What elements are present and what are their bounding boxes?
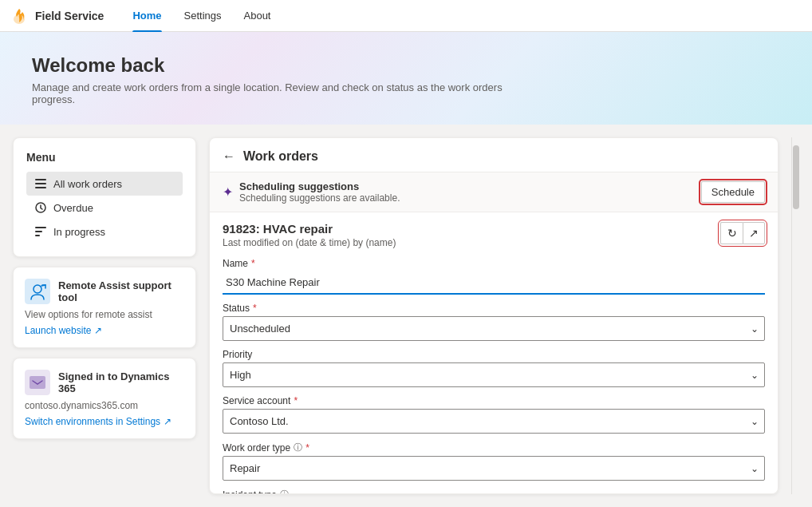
work-order-type-label: Work order type <box>223 442 290 454</box>
progress-icon <box>34 225 47 238</box>
svg-rect-8 <box>25 279 50 304</box>
svg-rect-6 <box>35 231 42 232</box>
remote-assist-desc: View options for remote assist <box>25 309 184 320</box>
nav-about[interactable]: About <box>235 0 281 32</box>
panel-title: Work orders <box>243 149 318 164</box>
wo-header: 91823: HVAC repair Last modified on (dat… <box>210 212 778 255</box>
work-order-type-info-icon: ⓘ <box>294 442 302 454</box>
welcome-banner: Welcome back Manage and create work orde… <box>0 32 812 125</box>
status-select[interactable]: Unscheduled Scheduled In Progress Comple… <box>223 316 765 341</box>
menu-title: Menu <box>26 151 183 164</box>
open-external-button[interactable]: ↗ <box>743 222 765 244</box>
name-required: * <box>251 258 255 269</box>
page-scrollbar[interactable] <box>791 137 799 494</box>
incident-type-label: Incident type <box>223 489 277 495</box>
field-status: Status * Unscheduled Scheduled In Progre… <box>223 303 765 341</box>
wo-action-buttons: ↻ ↗ <box>720 222 765 244</box>
svg-rect-5 <box>35 227 46 228</box>
work-order-type-select[interactable]: Repair Maintenance Installation <box>223 456 765 481</box>
svg-rect-12 <box>30 376 45 389</box>
service-account-select[interactable]: Contoso Ltd. Fabrikam Inc. <box>223 409 765 434</box>
svg-rect-3 <box>35 187 46 188</box>
main-content: Welcome back Manage and create work orde… <box>0 32 812 507</box>
back-button[interactable]: ← <box>223 149 235 164</box>
open-external-icon: ↗ <box>749 227 759 240</box>
field-work-order-type: Work order type ⓘ * Repair Maintenance I… <box>223 442 765 481</box>
field-name: Name * <box>223 258 765 295</box>
sidebar-item-overdue[interactable]: Overdue <box>26 196 183 220</box>
service-account-label: Service account <box>223 395 290 406</box>
remote-assist-card: Remote Assist support tool View options … <box>13 267 196 348</box>
work-order-type-required: * <box>305 442 309 454</box>
schedule-button[interactable]: Schedule <box>701 181 765 203</box>
remote-assist-title: Remote Assist support tool <box>58 279 184 303</box>
name-input[interactable] <box>223 271 765 295</box>
svg-rect-2 <box>35 183 46 184</box>
sidebar-item-in-progress[interactable]: In progress <box>26 220 183 244</box>
svg-line-10 <box>41 285 45 286</box>
name-label: Name <box>223 258 248 269</box>
remote-assist-icon <box>25 279 50 304</box>
svg-rect-1 <box>35 179 46 180</box>
wo-title: 91823: HVAC repair <box>223 222 396 236</box>
scheduling-bar: ✦ Scheduling suggestions Scheduling sugg… <box>210 172 778 212</box>
menu-card: Menu All work orders Overd <box>13 137 196 257</box>
refresh-button[interactable]: ↻ <box>720 222 743 244</box>
scheduling-icon: ✦ <box>223 184 233 200</box>
dynamics-card: Signed in to Dynamics 365 contoso.dynami… <box>13 358 196 439</box>
sidebar-item-all-work-orders[interactable]: All work orders <box>26 172 183 196</box>
field-service-account: Service account * Contoso Ltd. Fabrikam … <box>223 395 765 434</box>
banner-heading: Welcome back <box>32 54 780 77</box>
dynamics-header: Signed in to Dynamics 365 <box>25 370 184 395</box>
body-area: Menu All work orders Overd <box>0 125 812 507</box>
svg-rect-7 <box>35 235 40 236</box>
wo-subtitle: Last modified on (date & time) by (name) <box>223 237 396 248</box>
refresh-icon: ↻ <box>727 227 737 240</box>
work-order-form: Name * Status * Unscheduled Scheduled <box>210 255 778 494</box>
banner-subtitle: Manage and create work orders from a sin… <box>32 81 510 105</box>
top-nav: Field Service Home Settings About <box>0 0 812 32</box>
work-orders-panel: ← Work orders ✦ Scheduling suggestions S… <box>209 137 778 494</box>
sidebar-item-label: All work orders <box>53 178 122 190</box>
list-icon <box>34 177 47 190</box>
scheduling-title: Scheduling suggestions <box>239 180 400 192</box>
nav-settings[interactable]: Settings <box>175 0 231 32</box>
status-required: * <box>253 303 257 314</box>
field-priority: Priority High Medium Low ⌄ <box>223 349 765 387</box>
sidebar: Menu All work orders Overd <box>13 137 196 494</box>
priority-select[interactable]: High Medium Low <box>223 362 765 387</box>
dynamics-desc: contoso.dynamics365.com <box>25 400 184 411</box>
service-account-required: * <box>294 395 298 406</box>
field-incident-type: Incident type ⓘ ⌄ <box>223 489 765 494</box>
sidebar-item-label: Overdue <box>53 202 93 214</box>
nav-links: Home Settings About <box>123 0 280 32</box>
external-link-icon: ↗ <box>164 416 171 427</box>
scrollbar-thumb[interactable] <box>793 145 799 209</box>
app-title: Field Service <box>35 10 104 22</box>
scheduling-subtitle: Scheduling suggestions are available. <box>239 192 400 204</box>
status-label: Status <box>223 303 250 314</box>
app-logo: Field Service <box>10 6 104 26</box>
app-logo-icon <box>10 6 29 26</box>
remote-assist-link[interactable]: Launch website ↗ <box>25 325 184 336</box>
incident-type-info-icon: ⓘ <box>280 489 289 494</box>
sidebar-item-label: In progress <box>53 226 105 238</box>
remote-assist-header: Remote Assist support tool <box>25 279 184 304</box>
dynamics-icon <box>25 370 50 395</box>
priority-label: Priority <box>223 349 252 360</box>
dynamics-link[interactable]: Switch environments in Settings ↗ <box>25 416 184 427</box>
external-link-icon: ↗ <box>94 325 102 336</box>
panel-header: ← Work orders <box>210 138 778 172</box>
nav-home[interactable]: Home <box>123 0 171 32</box>
dynamics-title: Signed in to Dynamics 365 <box>58 370 184 394</box>
clock-icon <box>34 201 47 214</box>
